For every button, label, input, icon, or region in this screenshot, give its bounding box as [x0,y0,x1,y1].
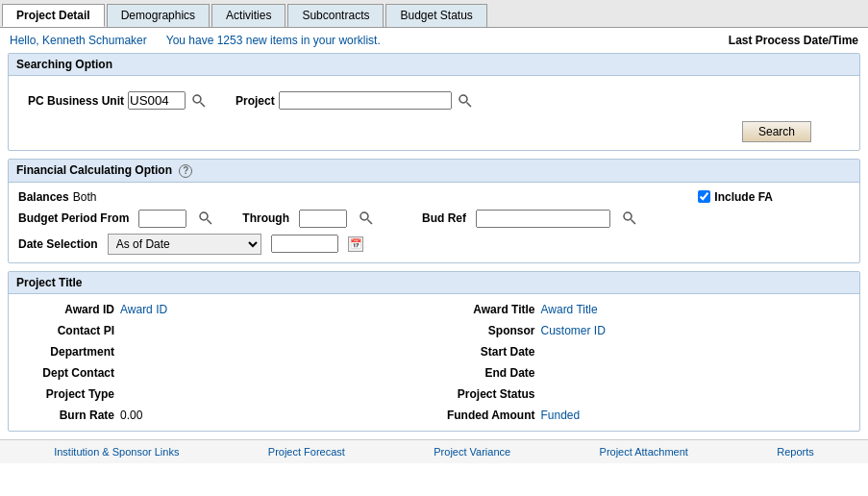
institution-sponsor-links[interactable]: Institution & Sponsor Links [54,446,179,458]
through-lookup-icon[interactable] [359,211,374,226]
pc-business-unit-lookup-icon[interactable] [191,93,207,109]
svg-point-4 [200,212,208,220]
end-date-field: End Date [439,363,851,383]
contact-pi-label: Contact PI [18,324,114,337]
financial-option-section: Financial Calculating Option ? Balances … [8,159,860,263]
calendar-icon[interactable]: 📅 [348,236,363,252]
award-title-label: Award Title [439,303,535,316]
project-status-field: Project Status [439,384,851,404]
worklist-message: You have 1253 new items in your worklist… [166,34,381,47]
svg-point-2 [459,95,467,103]
project-group: Project [236,91,473,110]
department-field: Department [18,342,430,361]
project-title-section: Project Title Award ID Award ID Award Ti… [8,271,860,432]
svg-point-0 [193,95,201,103]
searching-option-title: Searching Option [9,54,859,76]
project-label: Project [236,94,275,108]
through-label: Through [242,211,289,225]
search-button[interactable]: Search [742,121,811,142]
project-variance-link[interactable]: Project Variance [434,446,510,458]
sponsor-label: Sponsor [439,324,535,337]
include-fa-label: Include FA [714,190,773,204]
date-selection-label: Date Selection [18,237,98,251]
project-forecast-link[interactable]: Project Forecast [268,446,345,458]
svg-line-1 [201,102,206,107]
project-attachment-link[interactable]: Project Attachment [600,446,688,458]
topbar: Hello, Kenneth Schumaker You have 1253 n… [0,28,868,53]
financial-option-title-text: Financial Calculating Option [16,163,172,177]
contact-pi-field: Contact PI [18,321,430,340]
department-label: Department [18,345,114,359]
project-status-label: Project Status [439,387,535,401]
start-date-field: Start Date [439,342,851,361]
project-type-label: Project Type [18,387,114,401]
burn-rate-field: Burn Rate 0.00 [18,406,430,425]
tab-subcontracts[interactable]: Subcontracts [287,4,384,27]
help-icon[interactable]: ? [179,164,192,178]
project-title-grid: Award ID Award ID Award Title Award Titl… [9,294,859,431]
funded-amount-label: Funded Amount [439,409,535,422]
balances-label: Balances [18,190,69,204]
funded-amount-value[interactable]: Funded [541,409,581,422]
greeting-text: Hello, Kenneth Schumaker [10,34,147,47]
bud-ref-lookup-icon[interactable] [622,211,637,226]
award-title-field: Award Title Award Title [439,300,851,319]
award-id-label: Award ID [18,303,114,316]
award-id-value[interactable]: Award ID [120,303,167,316]
sponsor-value[interactable]: Customer ID [541,324,606,337]
pc-business-unit-group: PC Business Unit [28,91,207,110]
balances-group: Balances Both [18,190,96,204]
project-input[interactable] [279,91,452,110]
burn-rate-value: 0.00 [120,409,142,422]
budget-from-lookup-icon[interactable] [198,211,213,226]
financial-option-title: Financial Calculating Option ? [9,160,859,183]
dept-contact-label: Dept Contact [18,366,114,380]
funded-amount-field: Funded Amount Funded [439,406,851,425]
searching-option-body: PC Business Unit Project Search [9,76,859,150]
svg-line-7 [368,220,373,225]
bud-ref-label: Bud Ref [422,211,466,225]
svg-line-3 [466,102,471,107]
tab-demographics[interactable]: Demographics [107,4,210,27]
financial-option-body: Balances Both Include FA Budget Period F… [9,183,859,262]
through-input[interactable] [299,210,347,228]
searching-option-section: Searching Option PC Business Unit Projec… [8,53,860,151]
search-fields-row: PC Business Unit Project [18,84,850,117]
pc-business-unit-input[interactable] [128,91,186,110]
tab-activities[interactable]: Activities [211,4,285,27]
end-date-label: End Date [439,366,535,380]
svg-line-9 [632,220,636,225]
start-date-label: Start Date [439,345,535,359]
last-process-label: Last Process Date/Time [729,34,858,47]
award-id-field: Award ID Award ID [18,300,430,319]
budget-period-from-label: Budget Period From [18,211,129,225]
dept-contact-field: Dept Contact [18,363,430,383]
svg-point-6 [360,212,368,220]
reports-link[interactable]: Reports [777,446,814,458]
include-fa-checkbox[interactable] [698,190,710,203]
svg-line-5 [208,220,212,225]
topbar-left: Hello, Kenneth Schumaker You have 1253 n… [10,34,381,47]
project-title-heading: Project Title [9,272,859,294]
sponsor-field: Sponsor Customer ID [439,321,851,340]
balances-value: Both [73,190,97,204]
date-selection-select[interactable]: As of Date Budget Period Date Range [108,234,261,255]
include-fa-group: Include FA [698,190,773,204]
project-type-field: Project Type [18,384,430,404]
project-lookup-icon[interactable] [458,93,473,109]
bud-ref-input[interactable] [476,210,610,228]
svg-point-8 [624,212,632,220]
bottom-nav: Institution & Sponsor Links Project Fore… [0,439,868,463]
date-input[interactable] [271,235,338,253]
burn-rate-label: Burn Rate [18,409,114,422]
pc-business-unit-label: PC Business Unit [28,94,124,108]
award-title-value[interactable]: Award Title [541,303,598,316]
tab-bar: Project Detail Demographics Activities S… [0,0,868,28]
tab-budget-status[interactable]: Budget Status [385,4,486,27]
search-button-row: Search [18,121,850,142]
tab-project-detail[interactable]: Project Detail [2,4,105,27]
budget-period-from-input[interactable] [138,210,186,228]
